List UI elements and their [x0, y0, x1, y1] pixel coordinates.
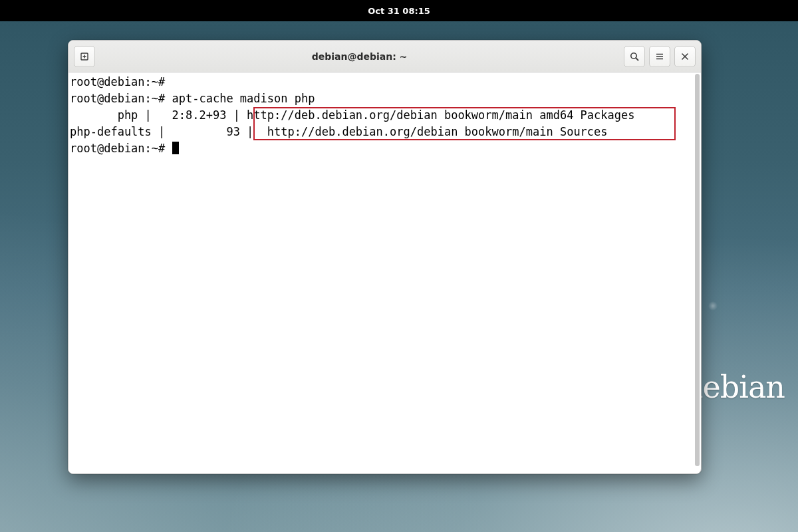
scrollbar-thumb[interactable] [695, 74, 700, 466]
close-button[interactable] [674, 46, 696, 67]
search-icon [629, 51, 640, 62]
hamburger-icon [654, 51, 665, 62]
svg-line-4 [636, 58, 638, 60]
window-titlebar[interactable]: debian@debian: ~ [68, 41, 701, 72]
close-icon [680, 51, 690, 62]
terminal-line: php-defaults | 93 | http://deb.debian.or… [70, 124, 635, 140]
search-button[interactable] [624, 46, 645, 67]
gnome-topbar[interactable]: Oct 31 08:15 [0, 0, 798, 21]
terminal-body[interactable]: root@debian:~#root@debian:~# apt-cache m… [68, 72, 701, 473]
window-title: debian@debian: ~ [99, 51, 620, 62]
menu-button[interactable] [649, 46, 670, 67]
plus-icon [79, 51, 90, 62]
terminal-line: php | 2:8.2+93 | http://deb.debian.org/d… [70, 107, 635, 124]
terminal-line: root@debian:~# [70, 140, 635, 157]
terminal-output[interactable]: root@debian:~#root@debian:~# apt-cache m… [68, 72, 694, 473]
terminal-line: root@debian:~# [70, 74, 635, 90]
terminal-window: debian@debian: ~ root@debian:~#root@debi… [68, 40, 702, 474]
new-tab-button[interactable] [74, 46, 95, 67]
terminal-line: root@debian:~# apt-cache madison php [70, 90, 635, 107]
scrollbar[interactable] [694, 72, 701, 473]
topbar-clock[interactable]: Oct 31 08:15 [368, 6, 430, 16]
cursor [172, 142, 179, 154]
